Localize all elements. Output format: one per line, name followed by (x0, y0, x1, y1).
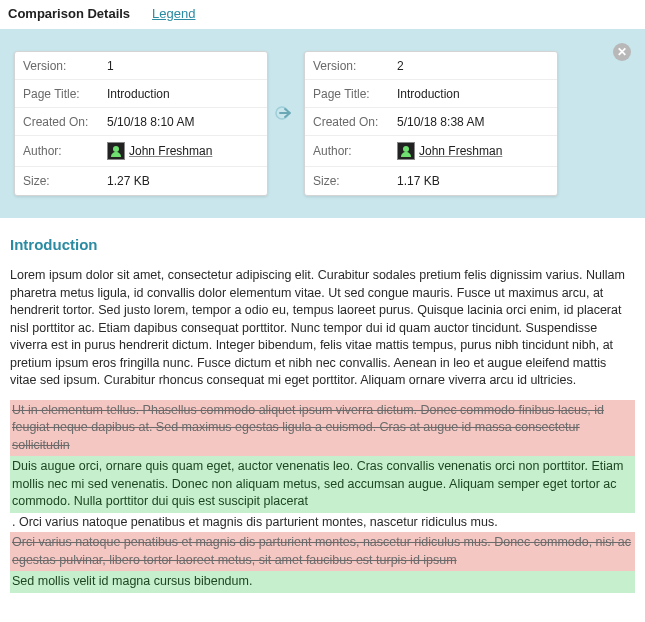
arrow-column (274, 51, 298, 125)
avatar-icon (107, 142, 125, 160)
label-size: Size: (305, 168, 397, 194)
row-version: Version: 2 (305, 52, 557, 80)
diff-deleted: Orci varius natoque penatibus et magnis … (10, 532, 635, 571)
row-size: Size: 1.17 KB (305, 167, 557, 195)
diff-deleted: Ut in elementum tellus. Phasellus commod… (10, 400, 635, 457)
row-page-title: Page Title: Introduction (15, 80, 267, 108)
tab-bar: Comparison Details Legend (0, 0, 645, 29)
label-page-title: Page Title: (305, 81, 397, 107)
value-author[interactable]: John Freshman (397, 136, 508, 166)
label-author: Author: (305, 138, 397, 164)
row-created-on: Created On: 5/10/18 8:38 AM (305, 108, 557, 136)
label-created-on: Created On: (305, 109, 397, 135)
value-size: 1.27 KB (107, 168, 156, 194)
version-card-left: Version: 1 Page Title: Introduction Crea… (14, 51, 268, 196)
arrow-right-icon (274, 101, 298, 125)
row-author: Author: John Freshman (15, 136, 267, 167)
tab-comparison-details[interactable]: Comparison Details (6, 0, 132, 29)
row-created-on: Created On: 5/10/18 8:10 AM (15, 108, 267, 136)
close-icon[interactable]: ✕ (613, 43, 631, 61)
label-author: Author: (15, 138, 107, 164)
tab-label: Legend (152, 6, 195, 21)
diff-unchanged: . Orci varius natoque penatibus et magni… (10, 513, 635, 533)
value-version: 1 (107, 53, 120, 79)
author-name: John Freshman (129, 144, 212, 158)
para-unchanged: Lorem ipsum dolor sit amet, consectetur … (10, 267, 635, 390)
row-author: Author: John Freshman (305, 136, 557, 167)
row-page-title: Page Title: Introduction (305, 80, 557, 108)
label-version: Version: (15, 53, 107, 79)
tab-pointer-icon (61, 29, 77, 37)
page-title: Introduction (10, 236, 635, 253)
svg-point-2 (403, 146, 409, 152)
diff-added: Sed mollis velit id magna cursus bibendu… (10, 571, 635, 593)
value-author[interactable]: John Freshman (107, 136, 218, 166)
label-version: Version: (305, 53, 397, 79)
label-created-on: Created On: (15, 109, 107, 135)
value-created-on: 5/10/18 8:38 AM (397, 109, 490, 135)
comparison-panel: ✕ Version: 1 Page Title: Introduction Cr… (0, 29, 645, 218)
diff-body: Lorem ipsum dolor sit amet, consectetur … (10, 267, 635, 593)
value-size: 1.17 KB (397, 168, 446, 194)
label-page-title: Page Title: (15, 81, 107, 107)
author-name: John Freshman (419, 144, 502, 158)
value-page-title: Introduction (107, 81, 176, 107)
version-card-right: Version: 2 Page Title: Introduction Crea… (304, 51, 558, 196)
version-cards: Version: 1 Page Title: Introduction Crea… (14, 51, 631, 196)
label-size: Size: (15, 168, 107, 194)
tab-label: Comparison Details (8, 6, 130, 21)
diff-content: Introduction Lorem ipsum dolor sit amet,… (0, 218, 645, 607)
value-created-on: 5/10/18 8:10 AM (107, 109, 200, 135)
row-version: Version: 1 (15, 52, 267, 80)
value-page-title: Introduction (397, 81, 466, 107)
tab-legend[interactable]: Legend (150, 0, 197, 29)
svg-point-0 (113, 146, 119, 152)
diff-added: Duis augue orci, ornare quis quam eget, … (10, 456, 635, 513)
value-version: 2 (397, 53, 410, 79)
avatar-icon (397, 142, 415, 160)
row-size: Size: 1.27 KB (15, 167, 267, 195)
